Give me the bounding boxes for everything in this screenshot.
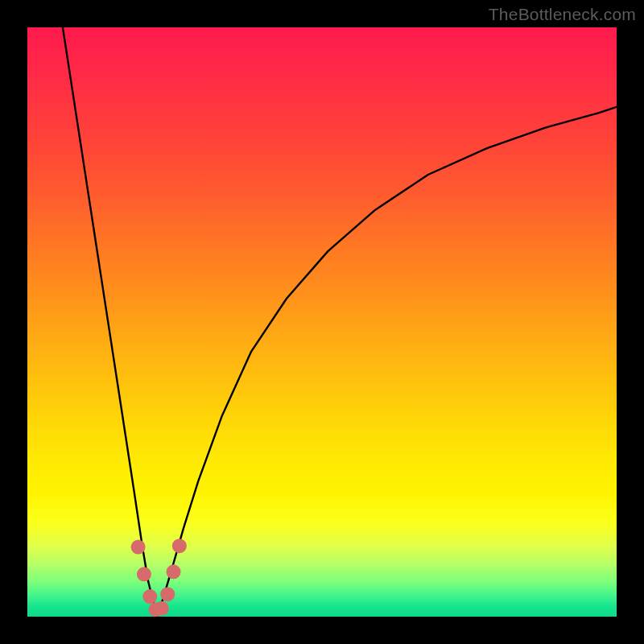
watermark-text: TheBottleneck.com [489, 5, 636, 24]
marker-dot [172, 539, 187, 553]
plot-area [27, 27, 617, 617]
marker-dot [167, 564, 181, 579]
marker-dot [155, 601, 169, 616]
marker-dot [137, 567, 151, 581]
marker-dot [160, 587, 175, 601]
chart-frame: TheBottleneck.com [0, 0, 644, 644]
bottleneck-curve [27, 27, 617, 617]
curve-right-branch [157, 107, 617, 617]
curve-left-branch [63, 27, 157, 617]
marker-dot [142, 589, 157, 604]
marker-dot [131, 540, 146, 555]
